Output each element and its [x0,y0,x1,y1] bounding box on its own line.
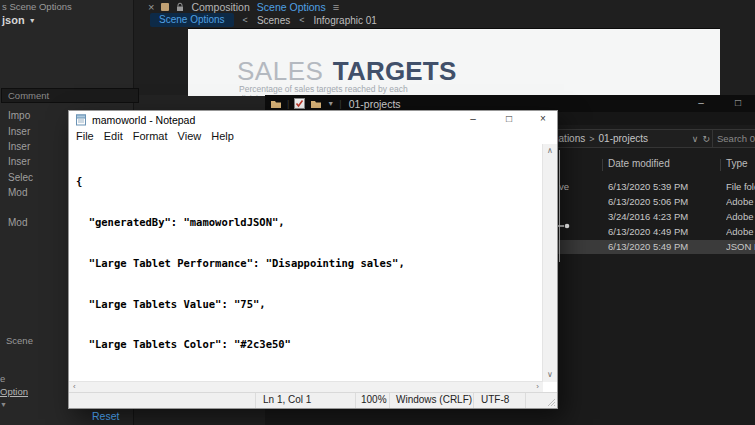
file-type: Adobe After [726,196,755,207]
status-divider [473,393,474,408]
vertical-scrollbar[interactable]: ∧ ∨ [542,144,557,382]
path-separator: > [589,134,594,144]
column-divider[interactable] [720,159,721,171]
json-line: "Large Tablets Color": "#2c3e50" [76,338,405,352]
status-divider [525,393,526,408]
ae-button-insert-3[interactable]: Inser [8,156,30,167]
menu-file[interactable]: File [71,130,99,142]
scroll-down-icon[interactable]: ∨ [547,371,553,379]
notepad-text-area[interactable]: { "generatedBy": "mamoworldJSON", "Large… [69,144,557,382]
ae-button-select[interactable]: Selec [8,172,33,183]
file-date: 6/13/2020 5:06 PM [608,196,720,207]
ae-button-insert-2[interactable]: Inser [8,141,30,152]
panel-icon [161,3,169,11]
json-line: "Large Tablets Value": "75", [76,298,405,312]
file-date: 6/13/2020 5:39 PM [608,181,720,192]
menu-format[interactable]: Format [128,130,173,142]
status-encoding: UTF-8 [481,394,509,405]
ae-button-import[interactable]: Impo [8,110,30,121]
lock-icon [176,2,184,12]
notepad-window: mamoworld - Notepad – □ × File Edit Form… [68,110,558,409]
resize-snap-line[interactable] [559,150,560,262]
file-type: Adobe Prem [726,226,755,237]
file-type: JSON File [726,241,755,252]
status-line-ending: Windows (CRLF) [396,394,472,405]
breadcrumb-scene-options[interactable]: Scene Options [150,13,234,27]
screen: s Scene Options json ▼ Comment Impo Inse… [0,0,755,425]
json-line: "generatedBy": "mamoworldJSON", [76,216,405,230]
file-type: File folder [726,181,755,192]
reset-button[interactable]: Reset [92,410,119,422]
menu-view[interactable]: View [173,130,207,142]
file-date: 6/13/2020 4:49 PM [608,226,720,237]
file-date: 3/24/2016 4:23 PM [608,211,720,222]
comp-title-bold: TARGETS [333,56,457,86]
scroll-right-icon[interactable]: › [536,383,539,391]
address-current-folder[interactable]: 01-projects [599,133,648,144]
table-row[interactable]: ve 6/13/2020 5:39 PM File folder [548,180,755,194]
ae-panel-header: s Scene Options [2,1,72,12]
table-row[interactable]: 3/24/2016 4:23 PM Adobe After [548,210,755,224]
chevron-left-icon: < [299,15,304,25]
close-button[interactable]: × [531,111,555,127]
refresh-icon[interactable]: ↻ [702,134,710,144]
composition-preview: SALES TARGETS Percentage of sales target… [188,28,720,96]
column-divider[interactable] [602,159,603,171]
ae-scene-fragment: Scene [6,335,33,346]
resize-grip-icon[interactable] [547,398,556,407]
explorer-title: 01-projects [349,98,401,110]
folder-icon [270,99,282,109]
status-divider [255,393,256,408]
json-line: "Large Tablet Performance": "Disappointi… [76,257,405,271]
chevron-left-icon: < [243,15,248,25]
scroll-left-icon[interactable]: ‹ [73,383,76,391]
status-cursor-position: Ln 1, Col 1 [263,394,311,405]
minimize-button[interactable]: – [689,95,713,112]
separator: | [287,99,289,109]
notepad-menubar: File Edit Format View Help [69,128,557,144]
comment-field[interactable]: Comment [1,88,139,103]
table-row-selected[interactable]: 6/13/2020 5:49 PM JSON File [548,240,755,254]
file-type: Adobe After [726,211,755,222]
minimize-button[interactable]: – [461,111,485,127]
address-bar[interactable]: nations > 01-projects ∨ ↻ [548,129,715,148]
json-dropdown-label: json [2,14,25,26]
json-content: { "generatedBy": "mamoworldJSON", "Large… [76,148,405,382]
file-date: 6/13/2020 5:49 PM [608,241,720,252]
json-line: { [76,175,405,189]
notepad-titlebar[interactable]: mamoworld - Notepad – □ × [69,111,557,128]
comp-title: SALES TARGETS [237,56,456,87]
ae-button-modify-2[interactable]: Mod [8,217,27,228]
comp-title-light: SALES [237,56,323,86]
breadcrumb-infographic-01[interactable]: Infographic 01 [314,15,377,26]
ae-button-insert-1[interactable]: Inser [8,126,30,137]
table-row[interactable]: 6/13/2020 5:06 PM Adobe After [548,195,755,209]
column-header-type[interactable]: Type [726,158,748,169]
json-dropdown[interactable]: json ▼ [2,14,36,26]
ae-text-fragment: e [0,373,5,384]
breadcrumb-scenes[interactable]: Scenes [257,15,290,26]
table-row[interactable]: 6/13/2020 4:49 PM Adobe Prem [548,225,755,239]
status-divider [355,393,356,408]
window-title: mamoworld - Notepad [92,114,195,126]
notepad-icon [75,113,87,126]
ae-button-modify-1[interactable]: Mod [8,187,27,198]
ae-options-fragment[interactable]: Option [0,386,28,397]
maximize-button[interactable]: □ [497,111,521,127]
new-folder-icon[interactable] [310,99,322,109]
menu-edit[interactable]: Edit [99,130,128,142]
file-name-fragment: ve [559,181,605,192]
column-header-date-modified[interactable]: Date modified [608,158,670,169]
qat-dropdown-icon[interactable]: ▼ [327,100,334,107]
address-dropdown-icon[interactable]: ∨ [692,134,699,144]
chevron-down-icon: ▼ [29,17,36,24]
close-icon[interactable]: × [148,2,154,12]
separator: | [339,99,341,109]
maximize-button[interactable]: □ [726,95,750,112]
scroll-up-icon[interactable]: ∧ [547,147,553,155]
chevron-down-icon[interactable]: ▼ [0,401,7,408]
status-zoom-level: 100% [361,394,387,405]
search-input[interactable]: Search 01- [712,129,755,148]
properties-check-icon[interactable] [294,98,305,109]
menu-help[interactable]: Help [206,130,239,142]
